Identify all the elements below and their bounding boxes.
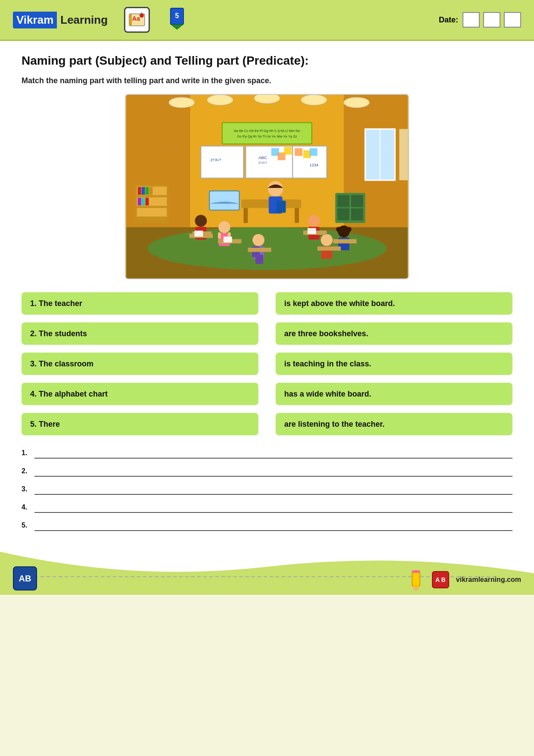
svg-point-77 xyxy=(346,227,351,232)
svg-rect-87 xyxy=(224,237,232,243)
write-line-row-5: 5. xyxy=(22,521,512,531)
write-line-5[interactable] xyxy=(34,521,512,531)
write-line-3[interactable] xyxy=(34,484,512,495)
svg-rect-44 xyxy=(284,147,292,155)
svg-rect-46 xyxy=(295,148,302,156)
svg-point-18 xyxy=(301,95,326,105)
svg-rect-48 xyxy=(310,148,317,156)
telling-item-5: are listening to the teacher. xyxy=(276,413,512,435)
svg-rect-32 xyxy=(142,198,145,206)
telling-item-4: has a wide white board. xyxy=(276,383,512,405)
svg-rect-56 xyxy=(337,209,349,221)
write-section: 1. 2. 3. 4. 5. xyxy=(22,448,512,531)
svg-rect-88 xyxy=(307,228,316,234)
logo-learning-text: Learning xyxy=(57,12,111,28)
date-box-1[interactable] xyxy=(463,12,480,28)
svg-rect-89 xyxy=(255,255,263,264)
classroom-image: Aa Bb Cc Dd Ee Ff Gg Hh Ii Jj Kk Ll Mm N… xyxy=(125,94,409,279)
write-line-row-4: 4. xyxy=(22,503,512,513)
write-line-1[interactable] xyxy=(34,448,512,459)
svg-point-72 xyxy=(308,215,320,227)
write-line-2[interactable] xyxy=(34,466,512,477)
write-number-4: 4. xyxy=(22,503,30,513)
svg-point-59 xyxy=(268,181,283,197)
date-boxes xyxy=(463,12,521,28)
svg-rect-34 xyxy=(222,122,312,144)
svg-rect-91 xyxy=(412,571,420,586)
header: Vikram Learning Aa 5 Date: xyxy=(0,0,534,41)
book-icon: Aa xyxy=(124,7,150,33)
footer-ab-text: AB xyxy=(19,574,31,584)
date-label: Date: xyxy=(439,16,458,25)
write-number-5: 5. xyxy=(22,522,30,531)
footer-ab-box: AB xyxy=(13,566,37,590)
date-box-3[interactable] xyxy=(504,12,521,28)
svg-rect-25 xyxy=(137,197,167,206)
svg-text:Aa Bb Cc Dd Ee Ff Gg Hh Ii Jj : Aa Bb Cc Dd Ee Ff Gg Hh Ii Jj Kk Ll Mm N… xyxy=(234,129,300,133)
telling-item-2: are three bookshelves. xyxy=(276,322,512,345)
svg-rect-1 xyxy=(129,14,132,26)
logo-vikram-text: Vikram xyxy=(13,12,57,28)
footer: AB A B vikramlearning.com xyxy=(0,552,534,595)
svg-rect-37 xyxy=(201,146,243,178)
svg-point-78 xyxy=(321,234,333,246)
footer-pencil-icon xyxy=(408,569,425,590)
svg-rect-22 xyxy=(399,129,408,180)
write-number-1: 1. xyxy=(22,449,30,459)
write-line-row-1: 1. xyxy=(22,448,512,459)
page-title: Naming part (Subject) and Telling part (… xyxy=(22,54,512,68)
write-line-row-2: 2. xyxy=(22,466,512,477)
svg-text:2+2=?: 2+2=? xyxy=(258,161,267,164)
svg-rect-86 xyxy=(195,231,203,237)
date-section: Date: xyxy=(439,12,521,28)
footer-website: vikramlearning.com xyxy=(456,576,521,584)
svg-rect-51 xyxy=(244,208,248,223)
svg-rect-61 xyxy=(276,201,286,213)
footer-logo-left: AB xyxy=(13,566,37,590)
svg-rect-29 xyxy=(146,187,149,195)
svg-rect-84 xyxy=(317,247,341,251)
svg-rect-26 xyxy=(137,208,167,217)
svg-rect-27 xyxy=(138,187,141,195)
telling-parts-column: is kept above the white board. are three… xyxy=(276,292,512,435)
naming-item-1: 1. The teacher xyxy=(22,292,258,315)
pencil-icon: 5 xyxy=(167,6,189,34)
date-box-2[interactable] xyxy=(483,12,500,28)
telling-item-3: is teaching in the class. xyxy=(276,353,512,375)
svg-point-16 xyxy=(207,95,233,105)
svg-rect-28 xyxy=(142,187,145,195)
svg-rect-57 xyxy=(351,209,363,221)
main-content: Naming part (Subject) and Telling part (… xyxy=(0,41,534,552)
svg-marker-7 xyxy=(171,25,183,30)
telling-item-1: is kept above the white board. xyxy=(276,292,512,315)
instruction: Match the naming part with telling part … xyxy=(22,76,512,85)
svg-text:Oo Pp Qq Rr Ss Tt Uu Vv Ww Xx : Oo Pp Qq Rr Ss Tt Uu Vv Ww Xx Yy Zz xyxy=(237,134,297,138)
svg-rect-58 xyxy=(209,191,239,210)
svg-text:5: 5 xyxy=(175,12,179,19)
svg-rect-33 xyxy=(146,198,149,206)
svg-point-17 xyxy=(254,95,279,103)
svg-rect-95 xyxy=(412,570,420,573)
svg-rect-55 xyxy=(351,195,363,207)
naming-parts-column: 1. The teacher 2. The students 3. The cl… xyxy=(22,292,258,435)
svg-point-3 xyxy=(140,13,144,18)
svg-rect-82 xyxy=(248,248,271,252)
write-line-row-3: 3. xyxy=(22,484,512,495)
footer-ab-small: A B xyxy=(432,571,449,588)
svg-rect-67 xyxy=(218,232,221,239)
naming-item-3: 3. The classroom xyxy=(22,353,258,375)
svg-text:Aa: Aa xyxy=(132,15,140,22)
naming-item-2: 2. The students xyxy=(22,322,258,345)
svg-point-65 xyxy=(218,221,230,233)
svg-point-62 xyxy=(195,215,207,227)
svg-text:2+3=?: 2+3=? xyxy=(210,158,221,162)
naming-item-5: 5. There xyxy=(22,413,258,435)
svg-point-15 xyxy=(169,97,194,108)
svg-text:ABC: ABC xyxy=(258,155,267,160)
logo: Vikram Learning xyxy=(13,12,111,28)
svg-text:1234: 1234 xyxy=(310,163,318,167)
footer-right: A B vikramlearning.com xyxy=(408,569,521,590)
write-line-4[interactable] xyxy=(34,503,512,513)
svg-point-19 xyxy=(344,97,369,108)
svg-rect-30 xyxy=(149,187,153,195)
